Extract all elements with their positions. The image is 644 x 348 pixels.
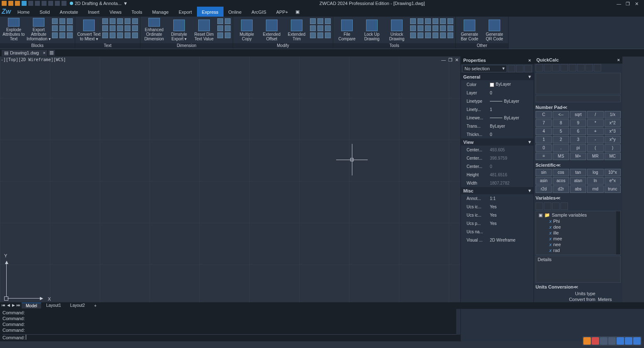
qat-icon[interactable] <box>55 1 60 6</box>
unlock-drawing-button[interactable]: UnlockDrawing <box>385 18 409 42</box>
numpad-button[interactable]: sqrt <box>570 111 586 118</box>
units-row[interactable]: Convert fromMeters <box>534 296 622 302</box>
small-tool-button[interactable] <box>66 18 73 25</box>
small-tool-button[interactable] <box>417 32 424 39</box>
qat-icon[interactable] <box>2 1 7 6</box>
close-icon[interactable]: × <box>528 58 531 63</box>
ime-icon[interactable] <box>617 337 624 345</box>
numpad-button[interactable]: x^3 <box>605 128 621 135</box>
property-value[interactable]: ByLayer <box>487 116 531 120</box>
qat-icon[interactable] <box>48 1 53 6</box>
property-section-general[interactable]: General▾ <box>461 73 533 80</box>
ime-icon[interactable] <box>608 337 616 345</box>
selection-combo[interactable]: No selection ▾ <box>462 65 507 72</box>
numpad-button[interactable]: = <box>536 153 552 160</box>
drawing-canvas[interactable]: -][Top][2D Wireframe][WCS] — ❐ ✕ X Y <box>0 57 460 302</box>
sci-button[interactable]: e^x <box>605 177 621 185</box>
maximize-button[interactable]: ❐ <box>626 1 632 5</box>
small-tool-button[interactable] <box>102 18 108 25</box>
property-value[interactable]: Yes <box>487 213 531 217</box>
enhanced-ordinate-button[interactable]: Enhanced OrdinateDimension <box>142 18 166 42</box>
sci-button[interactable]: rnd <box>587 185 603 193</box>
property-value[interactable]: 0 <box>487 132 531 137</box>
variables-section-header[interactable]: Variables<< <box>534 195 622 202</box>
numpad-button[interactable]: 6 <box>570 128 586 135</box>
numpad-section-header[interactable]: Number Pad<< <box>534 104 622 111</box>
sci-button[interactable]: atan <box>570 177 586 185</box>
numpad-button[interactable]: 2 <box>553 136 569 143</box>
small-tool-button[interactable] <box>317 18 324 25</box>
property-row[interactable]: Center...493.605 <box>461 146 533 154</box>
units-section-header[interactable]: Units Conversion<< <box>534 284 622 291</box>
sci-button[interactable]: abs <box>570 185 586 193</box>
qc-x-icon[interactable] <box>585 64 593 72</box>
numpad-button[interactable]: + <box>587 128 603 135</box>
small-tool-button[interactable] <box>109 18 116 25</box>
qat-icon[interactable] <box>28 1 33 6</box>
small-tool-button[interactable] <box>447 25 454 32</box>
scientific-section-header[interactable]: Scientific<< <box>534 162 622 169</box>
file-compare-button[interactable]: FileCompare <box>335 18 359 42</box>
small-tool-button[interactable] <box>425 18 431 25</box>
small-tool-button[interactable] <box>66 25 73 32</box>
variables-root[interactable]: ▣ 📁 Sample variables <box>538 212 619 218</box>
scrollbar[interactable] <box>456 309 460 335</box>
numpad-button[interactable]: 5 <box>553 128 569 135</box>
document-tab[interactable]: ▤ Drawing1.dwg × <box>2 50 47 56</box>
property-row[interactable]: Layer0 <box>461 89 533 97</box>
property-row[interactable]: Width1807.2782 <box>461 179 533 187</box>
property-section-view[interactable]: View▾ <box>461 138 533 146</box>
tab-export[interactable]: Export <box>174 7 197 17</box>
sci-button[interactable]: tan <box>570 169 586 176</box>
small-tool-button[interactable] <box>102 25 108 32</box>
close-icon[interactable]: × <box>617 57 620 62</box>
add-document-tab[interactable]: ▥ <box>48 50 55 56</box>
small-tool-button[interactable] <box>324 32 331 39</box>
sci-button[interactable]: 10^x <box>605 169 621 176</box>
tab-online[interactable]: Online <box>224 7 247 17</box>
small-tool-button[interactable] <box>432 32 439 39</box>
variable-item[interactable]: xrad <box>538 247 619 253</box>
numpad-button[interactable]: pi <box>570 144 586 152</box>
small-tool-button[interactable] <box>66 32 73 39</box>
convert-text-button[interactable]: Convert Textto Mtext ▾ <box>77 18 101 42</box>
small-tool-button[interactable] <box>132 32 138 39</box>
qat-icon[interactable] <box>15 1 20 6</box>
property-value[interactable]: 1:1 <box>487 196 531 201</box>
small-tool-button[interactable] <box>59 18 66 25</box>
small-tool-button[interactable] <box>317 25 324 32</box>
small-tool-button[interactable] <box>310 32 316 39</box>
small-tool-button[interactable] <box>109 25 116 32</box>
nav-next-icon[interactable]: ▶ <box>11 303 16 308</box>
small-tool-button[interactable] <box>59 32 66 39</box>
qc-distance-icon[interactable] <box>569 64 576 72</box>
pick-add-icon[interactable] <box>508 65 515 72</box>
var-calc-icon[interactable] <box>560 202 568 210</box>
small-tool-button[interactable] <box>217 32 224 39</box>
property-row[interactable]: ColorByLayer <box>461 80 533 89</box>
qat-icon[interactable] <box>8 1 13 6</box>
numpad-button[interactable]: 9 <box>570 119 586 127</box>
property-row[interactable]: Ucs ic...Yes <box>461 202 533 211</box>
property-row[interactable]: LinetypeByLayer <box>461 97 533 105</box>
variable-item[interactable]: xdee <box>538 224 619 230</box>
close-tab-icon[interactable]: × <box>43 50 45 55</box>
small-tool-button[interactable] <box>132 25 138 32</box>
small-tool-button[interactable] <box>52 32 58 39</box>
variable-item[interactable]: xmee <box>538 236 619 242</box>
small-tool-button[interactable] <box>52 25 58 32</box>
small-tool-button[interactable] <box>109 32 116 39</box>
small-tool-button[interactable] <box>117 32 123 39</box>
small-tool-button[interactable] <box>410 25 416 32</box>
small-tool-button[interactable] <box>324 25 331 32</box>
sci-button[interactable]: d2r <box>553 185 569 193</box>
small-tool-button[interactable] <box>124 18 131 25</box>
property-row[interactable]: Linewe...ByLayer <box>461 114 533 122</box>
sci-button[interactable]: r2d <box>536 185 552 193</box>
small-tool-button[interactable] <box>440 25 446 32</box>
qc-angle-icon[interactable] <box>577 64 585 72</box>
property-value[interactable]: 0 <box>487 91 531 95</box>
minimize-button[interactable]: — <box>617 1 622 5</box>
numpad-button[interactable]: C <box>536 111 552 118</box>
close-viewport[interactable]: ✕ <box>455 57 459 63</box>
